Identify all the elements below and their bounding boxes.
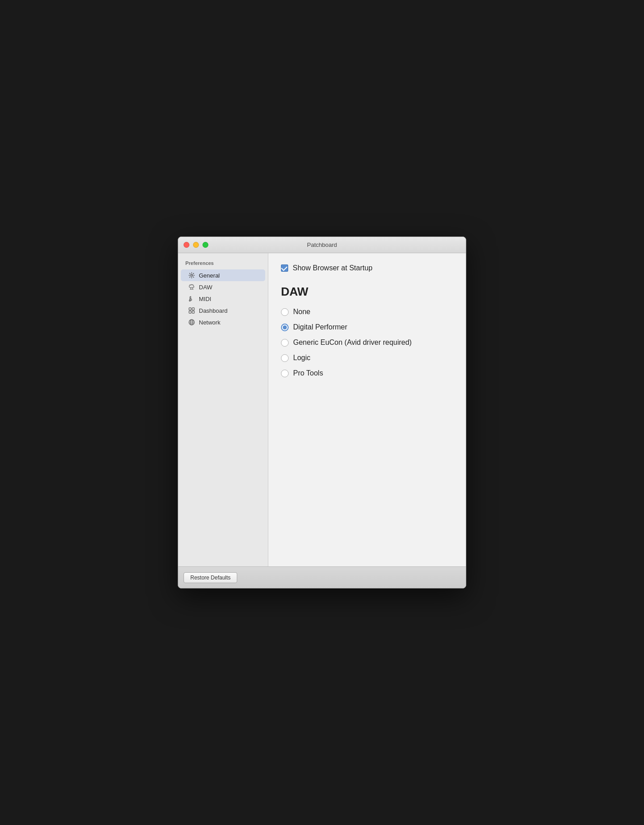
title-bar: Patchboard — [178, 237, 466, 253]
gear-icon — [188, 272, 195, 279]
midi-icon — [188, 295, 195, 302]
sidebar-item-network[interactable]: Network — [181, 316, 265, 328]
restore-defaults-button[interactable]: Restore Defaults — [184, 572, 237, 583]
radio-logic[interactable] — [281, 354, 289, 362]
radio-label-none: None — [293, 308, 310, 316]
sidebar-item-dashboard[interactable]: Dashboard — [181, 305, 265, 316]
show-browser-checkbox-wrapper[interactable]: Show Browser at Startup — [281, 264, 373, 272]
sidebar: Preferences General — [178, 253, 268, 566]
radio-pro-tools[interactable] — [281, 370, 289, 377]
radio-generic-eucon[interactable] — [281, 339, 289, 347]
radio-row-logic[interactable]: Logic — [281, 354, 453, 362]
sidebar-item-midi[interactable]: MIDI — [181, 293, 265, 305]
show-browser-checkbox[interactable] — [281, 264, 288, 272]
sidebar-item-daw[interactable]: DAW — [181, 281, 265, 293]
svg-point-0 — [191, 274, 193, 276]
radio-label-digital-performer: Digital Performer — [293, 323, 347, 331]
sidebar-item-daw-label: DAW — [199, 284, 212, 291]
sidebar-item-general[interactable]: General — [181, 269, 265, 281]
dashboard-icon — [188, 307, 195, 314]
main-window: Patchboard Preferences General — [178, 236, 466, 589]
window-footer: Restore Defaults — [178, 566, 466, 588]
sidebar-item-dashboard-label: Dashboard — [199, 307, 228, 314]
svg-rect-6 — [189, 308, 191, 310]
svg-rect-9 — [192, 311, 194, 313]
radio-row-digital-performer[interactable]: Digital Performer — [281, 323, 453, 331]
window-title: Patchboard — [307, 241, 337, 248]
radio-label-generic-eucon: Generic EuCon (Avid driver required) — [293, 338, 412, 347]
daw-section-heading: DAW — [281, 285, 453, 299]
radio-label-pro-tools: Pro Tools — [293, 369, 323, 377]
svg-point-5 — [189, 300, 191, 301]
radio-row-generic-eucon[interactable]: Generic EuCon (Avid driver required) — [281, 338, 453, 347]
sidebar-item-midi-label: MIDI — [199, 296, 211, 302]
traffic-lights — [184, 242, 208, 248]
show-browser-row: Show Browser at Startup — [281, 264, 453, 272]
sidebar-item-network-label: Network — [199, 319, 221, 326]
radio-none[interactable] — [281, 308, 289, 316]
svg-rect-8 — [189, 311, 191, 313]
sidebar-header: Preferences — [178, 259, 268, 269]
maximize-button[interactable] — [202, 242, 208, 248]
svg-rect-7 — [192, 308, 194, 310]
show-browser-label: Show Browser at Startup — [293, 264, 373, 272]
window-body: Preferences General — [178, 253, 466, 566]
network-icon — [188, 319, 195, 326]
main-content: Show Browser at Startup DAW None Digital… — [268, 253, 466, 566]
daw-radio-group: None Digital Performer Generic EuCon (Av… — [281, 308, 453, 377]
radio-row-none[interactable]: None — [281, 308, 453, 316]
minimize-button[interactable] — [193, 242, 199, 248]
daw-icon — [188, 283, 195, 291]
radio-label-logic: Logic — [293, 354, 310, 362]
close-button[interactable] — [184, 242, 189, 248]
sidebar-item-general-label: General — [199, 272, 220, 279]
radio-digital-performer[interactable] — [281, 324, 289, 331]
radio-row-pro-tools[interactable]: Pro Tools — [281, 369, 453, 377]
